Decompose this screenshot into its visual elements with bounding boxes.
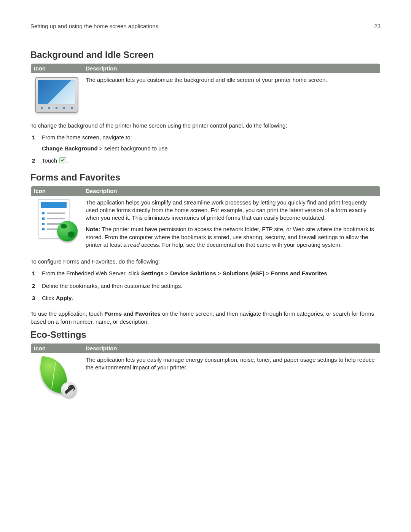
running-header: Setting up and using the home screen app… xyxy=(30,23,381,31)
table-eco-settings: Icon Description The application lets yo… xyxy=(30,343,381,403)
paragraph: To configure Forms and Favorites, do the… xyxy=(30,257,381,265)
bold-text: Apply xyxy=(56,295,72,301)
text: To use the application, touch xyxy=(30,310,104,317)
cell-description: The application lets you easily manage e… xyxy=(83,353,381,403)
bold-text: Forms and Favorites xyxy=(104,310,161,317)
cell-description: The application lets you customize the b… xyxy=(83,73,381,116)
paragraph: To use the application, touch Forms and … xyxy=(30,310,381,326)
text: > xyxy=(216,270,223,276)
col-icon: Icon xyxy=(31,343,83,353)
step-subline: Change Background > select background to… xyxy=(42,144,381,153)
list-item: From the Embedded Web Server, click Sett… xyxy=(40,269,381,278)
table-row: The application helps you simplify and s… xyxy=(31,196,381,252)
wrench-icon xyxy=(61,382,77,398)
col-description: Description xyxy=(83,64,381,73)
text: . xyxy=(67,157,68,164)
document-page: Setting up and using the home screen app… xyxy=(0,0,411,439)
bold-text: Settings xyxy=(141,270,164,276)
bold-text: Device Solutions xyxy=(170,270,216,276)
note-label: Note: xyxy=(86,226,100,232)
text: Touch xyxy=(42,157,59,164)
text: . xyxy=(72,295,73,301)
text: > xyxy=(164,270,170,276)
table-background-idle: Icon Description The application lets yo… xyxy=(30,63,381,116)
forms-favorites-icon xyxy=(36,200,78,241)
col-icon: Icon xyxy=(31,64,83,73)
col-description: Description xyxy=(83,343,381,353)
bold-text: Change Background xyxy=(42,145,98,152)
header-title: Setting up and using the home screen app… xyxy=(30,23,158,29)
table-row: The application lets you customize the b… xyxy=(31,73,381,116)
italic-text: read xyxy=(128,241,140,248)
steps-list: From the home screen, navigate to: Chang… xyxy=(30,133,381,165)
bold-text: Forms and Favorites xyxy=(271,270,327,276)
text: access. For help, see the documentation … xyxy=(140,241,342,248)
table-forms-favorites: Icon Description xyxy=(30,186,381,252)
list-item: From the home screen, navigate to: Chang… xyxy=(40,133,381,153)
background-screen-icon xyxy=(35,77,78,113)
paragraph: To change the background of the printer … xyxy=(30,121,381,129)
text: > select background to use xyxy=(98,145,168,152)
note: Note: The printer must have permission t… xyxy=(86,225,377,249)
col-description: Description xyxy=(83,186,381,196)
heading-eco-settings: Eco‑Settings xyxy=(30,329,381,340)
list-item: Touch . xyxy=(40,157,381,165)
eco-settings-icon xyxy=(36,357,78,399)
col-icon: Icon xyxy=(31,186,83,196)
table-row: The application lets you easily manage e… xyxy=(31,353,381,403)
text: > xyxy=(264,270,271,276)
heading-background-idle: Background and Idle Screen xyxy=(30,50,381,60)
bold-text: Solutions (eSF) xyxy=(223,270,264,276)
text: The application helps you simplify and s… xyxy=(86,199,377,222)
list-item: Define the bookmarks, and then customize… xyxy=(40,282,381,291)
page-number: 23 xyxy=(374,23,381,29)
steps-list: From the Embedded Web Server, click Sett… xyxy=(30,269,381,303)
text: Click xyxy=(42,295,56,301)
step-text: From the home screen, navigate to: xyxy=(42,134,132,141)
heading-forms-favorites: Forms and Favorites xyxy=(30,172,381,183)
list-item: Click Apply. xyxy=(40,294,381,303)
globe-icon xyxy=(57,221,78,241)
checkmark-icon xyxy=(59,157,66,163)
text: From the Embedded Web Server, click xyxy=(42,270,141,276)
text: . xyxy=(327,270,329,276)
cell-description: The application helps you simplify and s… xyxy=(83,196,381,252)
